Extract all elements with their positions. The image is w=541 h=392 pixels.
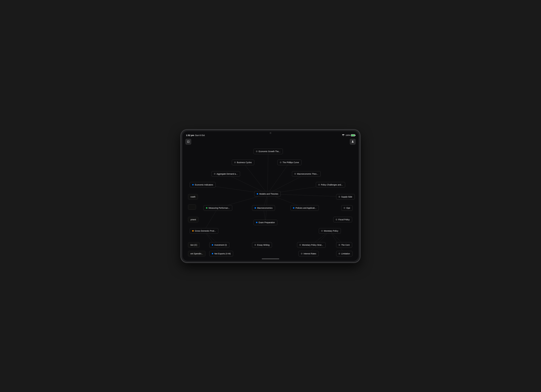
mindmap-node-the-phillips-curve[interactable]: The Phillips Curve xyxy=(277,160,302,165)
mindmap-node-the-cent[interactable]: The Cent xyxy=(336,242,352,248)
mindmap-node-economic-indicators[interactable]: Economic Indicators xyxy=(190,182,216,188)
node-label-ent-spendin: ent Spendin... xyxy=(191,252,203,255)
battery-percent: 100% xyxy=(346,134,350,136)
status-right: 100% xyxy=(342,134,355,136)
empty-dot xyxy=(280,162,281,163)
svg-line-2 xyxy=(267,162,290,194)
node-label-monetary-policy: Monetary Policy xyxy=(324,230,338,232)
mindmap-canvas[interactable]: Economic Growth The...Business CyclesThe… xyxy=(182,146,359,261)
mindmap-node-macroeconomic-theo[interactable]: Macroeconomic Theo... xyxy=(292,171,321,177)
blue-dot xyxy=(293,207,294,209)
mindmap-node-growth[interactable]: rowth xyxy=(188,194,198,199)
empty-dot xyxy=(344,207,345,209)
node-label-monetary-policy-strat: Monetary Policy Strat... xyxy=(302,244,323,246)
node-label-growth: rowth xyxy=(191,196,195,198)
wifi-icon xyxy=(342,134,344,136)
ipad-frame: 1:52 pm Sun 6 Oct 100% xyxy=(181,129,360,263)
node-label-essay-writing: Essay Writing xyxy=(257,244,270,246)
ipad-screen: 1:52 pm Sun 6 Oct 100% xyxy=(182,131,359,261)
mindmap-node-monetary-policy-strat[interactable]: Monetary Policy Strat... xyxy=(297,242,326,248)
mindmap-node-macroeconomics[interactable]: Macroeconomics xyxy=(252,205,275,211)
mindmap-node-supply-side[interactable]: Supply-Side xyxy=(336,194,355,199)
mindmap-node-investment-i[interactable]: Investment (I) xyxy=(209,242,229,248)
empty-dot xyxy=(339,196,340,198)
node-label-macroeconomics: Macroeconomics xyxy=(257,207,273,209)
profile-button[interactable] xyxy=(350,139,356,145)
node-label-consumption-c: tion (C) xyxy=(191,244,197,246)
node-label-interest-rates: Interest Rates xyxy=(304,252,316,255)
blue-dot xyxy=(256,222,257,223)
node-label-limitation: Limitation xyxy=(341,252,350,255)
green-dot xyxy=(206,207,208,209)
node-label-fiscal-policy: Fiscal Policy xyxy=(338,218,350,221)
svg-line-13 xyxy=(204,208,218,231)
toolbar xyxy=(182,138,359,146)
mindmap-node-gross-domestic-prod[interactable]: Gross Domestic Prod... xyxy=(190,228,218,234)
node-label-the-cent: The Cent xyxy=(341,244,350,246)
mindmap-node-essay-writing[interactable]: Essay Writing xyxy=(252,242,272,248)
camera-area xyxy=(270,132,271,134)
blue-dot xyxy=(212,244,213,246)
node-label-gross-domestic-prod: Gross Domestic Prod... xyxy=(195,230,216,232)
mindmap-node-ope[interactable]: Ope xyxy=(341,205,353,211)
node-label-ope: Ope xyxy=(346,207,350,209)
node-label-policy-challenges: Policy Challenges and... xyxy=(321,184,343,186)
blue-dot xyxy=(192,184,194,185)
node-label-economic-indicators: Economic Indicators xyxy=(195,184,213,186)
blue-dot xyxy=(212,253,213,254)
node-label-models-and-theories: Models and Theories xyxy=(259,193,278,195)
node-label-investment-i: Investment (I) xyxy=(214,244,227,246)
mindmap-node-business-cycles[interactable]: Business Cycles xyxy=(232,160,254,165)
node-label-macroeconomic-theo: Macroeconomic Theo... xyxy=(297,173,318,175)
empty-dot xyxy=(234,162,236,163)
empty-dot xyxy=(214,173,215,175)
node-label-yment: yment xyxy=(191,218,196,221)
mindmap-node-measuring-performance[interactable]: Measuring Performan... xyxy=(203,205,232,211)
battery-container: 100% xyxy=(346,134,355,136)
node-label-measuring-performance: Measuring Performan... xyxy=(209,207,230,209)
node-label-aggregate-demand: Aggregate Demand a... xyxy=(217,173,238,175)
empty-dot xyxy=(318,184,320,185)
empty-dot xyxy=(321,230,323,232)
home-indicator xyxy=(262,259,279,259)
camera-notch xyxy=(270,132,271,134)
collapse-button[interactable] xyxy=(185,139,191,145)
node-label-economic-growth-the: Economic Growth The... xyxy=(259,150,280,152)
mindmap-node-economic-growth-the[interactable]: Economic Growth The... xyxy=(254,149,283,154)
mindmap-node-net-exports[interactable]: Net Exports (X-M) xyxy=(209,251,233,256)
battery-fill xyxy=(351,135,354,136)
svg-line-0 xyxy=(267,152,268,194)
mindmap-node-limitation[interactable]: Limitation xyxy=(336,251,352,256)
mindmap-node-ent-spendin[interactable]: ent Spendin... xyxy=(188,251,205,256)
mindmap-node-yment[interactable]: yment xyxy=(188,217,198,222)
svg-line-1 xyxy=(243,162,267,194)
empty-dot xyxy=(339,244,340,246)
empty-dot xyxy=(339,253,340,254)
empty-dot xyxy=(301,253,302,254)
svg-line-4 xyxy=(267,174,306,194)
empty-dot xyxy=(256,151,257,152)
orange-dot xyxy=(192,230,194,232)
empty-dot xyxy=(255,244,256,246)
mindmap-node-policy-challenges[interactable]: Policy Challenges and... xyxy=(316,182,345,188)
mindmap-node-monetary-policy[interactable]: Monetary Policy xyxy=(319,228,341,234)
node-label-net-exports: Net Exports (X-M) xyxy=(214,252,231,255)
node-label-policies-and-applicati: Policies and Applicati... xyxy=(296,207,316,209)
mindmap-node-models-and-theories[interactable]: Models and Theories xyxy=(254,191,281,197)
svg-line-3 xyxy=(226,174,267,194)
mindmap-node-consumption-c[interactable]: tion (C) xyxy=(188,242,200,248)
mindmap-node-interest-rates[interactable]: Interest Rates xyxy=(298,251,319,256)
mindmap-node-policies-and-applicati[interactable]: Policies and Applicati... xyxy=(291,205,319,211)
blue-dot xyxy=(257,193,258,195)
node-label-exam-preparation: Exam Preparation xyxy=(259,221,275,224)
status-bar: 1:52 pm Sun 6 Oct 100% xyxy=(182,131,359,138)
mindmap-node-dark-box[interactable] xyxy=(188,204,196,210)
mindmap-node-exam-preparation[interactable]: Exam Preparation xyxy=(254,220,277,225)
status-left: 1:52 pm Sun 6 Oct xyxy=(186,134,205,136)
empty-dot xyxy=(300,244,301,246)
node-label-supply-side: Supply-Side xyxy=(341,196,352,198)
mindmap-node-aggregate-demand[interactable]: Aggregate Demand a... xyxy=(212,171,240,177)
blue-dot xyxy=(255,207,256,209)
mindmap-node-fiscal-policy[interactable]: Fiscal Policy xyxy=(333,217,352,222)
status-time: 1:52 pm xyxy=(186,134,194,136)
